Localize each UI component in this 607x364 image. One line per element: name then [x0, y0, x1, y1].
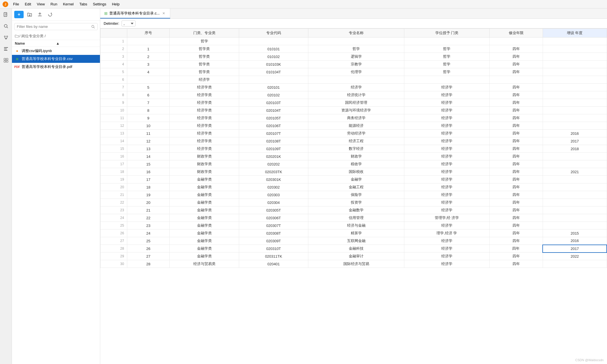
cell-category: 经济学	[170, 76, 239, 84]
cell-rownum: 4	[101, 61, 127, 68]
cell-name	[308, 76, 404, 84]
col-header-code[interactable]: 专业代码	[239, 29, 308, 38]
cell-name: 财政学	[308, 153, 404, 160]
menu-settings[interactable]: Settings	[91, 1, 108, 7]
new-launcher-button[interactable]: +	[14, 11, 24, 18]
cell-degree: 经济学	[404, 191, 490, 199]
table-row: 21哲学类010101哲学哲学四年	[101, 45, 607, 53]
cell-degree: 经济学	[404, 160, 490, 168]
cell-code: 010104T	[239, 68, 308, 76]
menu-help[interactable]: Help	[110, 1, 122, 7]
git-icon[interactable]	[2, 34, 10, 42]
cell-rownum: 25	[101, 222, 127, 229]
col-header-category[interactable]: 门类、专业类	[170, 29, 239, 38]
cell-seqno	[127, 38, 170, 45]
file-item-notebook[interactable]: ● 调整csv编码.ipynb	[12, 47, 100, 55]
col-header-degree[interactable]: 学位授予 门类	[404, 29, 490, 38]
svg-text:J: J	[5, 3, 6, 6]
table-row: 1412经济学类020108T经济工程经济学四年2017	[101, 137, 607, 145]
cell-years: 四年	[489, 206, 543, 214]
cell-added	[543, 68, 607, 76]
file-item-csv[interactable]: ⊞ 普通高等学校本科专业目录.csv	[12, 55, 100, 63]
cell-seqno: 24	[127, 229, 170, 237]
cell-name: 金融审计	[308, 253, 404, 260]
cell-category: 金融学类	[170, 229, 239, 237]
cell-rownum: 10	[101, 107, 127, 114]
cell-category: 哲学类	[170, 68, 239, 76]
cell-category: 财政学类	[170, 153, 239, 160]
cell-seqno: 10	[127, 122, 170, 130]
new-folder-button[interactable]	[25, 11, 34, 18]
cell-years: 四年	[489, 176, 543, 183]
cell-name: 数字经济	[308, 145, 404, 153]
cell-category: 经济学类	[170, 145, 239, 153]
col-header-seqno[interactable]: 序号	[127, 29, 170, 38]
cell-degree: 理学,经济 学	[404, 229, 490, 237]
cell-degree: 经济学	[404, 206, 490, 214]
menu-tabs[interactable]: Tabs	[77, 1, 89, 7]
cell-added	[543, 260, 607, 268]
col-header-name[interactable]: 专业名称	[308, 29, 404, 38]
cell-category: 哲学类	[170, 61, 239, 68]
breadcrumb[interactable]: / 岗位专业分类 /	[12, 32, 100, 40]
cell-code	[239, 38, 308, 45]
table-row: 1816财政学类020203TK国际税收经济学四年2021	[101, 168, 607, 176]
menu-kernel[interactable]: Kernel	[61, 1, 76, 7]
cell-code: 020308T	[239, 229, 308, 237]
cell-added: 2021	[543, 168, 607, 176]
menu-file[interactable]: File	[11, 1, 21, 7]
refresh-button[interactable]	[46, 11, 54, 18]
cell-seqno: 4	[127, 68, 170, 76]
table-row: 1210经济学类020106T能源经济经济学四年	[101, 122, 607, 130]
cell-code: 020310T	[239, 245, 308, 253]
cell-code: 020108T	[239, 137, 308, 145]
cell-code: 020311TK	[239, 253, 308, 260]
cell-seqno	[127, 76, 170, 84]
extensions-icon[interactable]	[2, 56, 10, 64]
file-item-pdf[interactable]: PDF 普通高等学校本科专业目录.pdf	[12, 63, 100, 71]
delimiter-select[interactable]: , ; Tab	[122, 20, 136, 26]
cell-years: 四年	[489, 229, 543, 237]
search-input[interactable]	[17, 24, 91, 29]
table-of-contents-icon[interactable]	[2, 45, 10, 53]
files-icon[interactable]	[2, 11, 10, 19]
cell-code: 020305T	[239, 206, 308, 214]
menu-view[interactable]: View	[34, 1, 47, 7]
cell-added	[543, 199, 607, 206]
app-logo: J	[2, 1, 9, 7]
cell-seqno: 7	[127, 99, 170, 107]
search-icon	[91, 25, 95, 29]
file-name-csv: 普通高等学校本科专业目录.csv	[22, 56, 73, 61]
table-row: 2624金融学类020308T精算学理学,经济 学四年2015	[101, 229, 607, 237]
cell-degree: 经济学	[404, 130, 490, 137]
tab-csv-icon: ⊞	[104, 11, 108, 16]
menu-run[interactable]: Run	[48, 1, 60, 7]
cell-rownum: 11	[101, 114, 127, 122]
tab-csv[interactable]: ⊞ 普通高等学校本科专业目录.c... ✕	[100, 9, 170, 18]
cell-category: 财政学类	[170, 160, 239, 168]
cell-category: 经济学类	[170, 122, 239, 130]
cell-degree: 经济学	[404, 84, 490, 91]
cell-added: 2015	[543, 229, 607, 237]
cell-name: 互联网金融	[308, 237, 404, 245]
cell-years	[489, 76, 543, 84]
cell-code: 020101	[239, 84, 308, 91]
cell-rownum: 16	[101, 153, 127, 160]
search-panel-icon[interactable]	[2, 22, 10, 30]
cell-seqno: 9	[127, 114, 170, 122]
notebook-icon: ●	[15, 49, 19, 53]
col-header-added[interactable]: 增设 年度	[543, 29, 607, 38]
cell-degree: 经济学	[404, 199, 490, 206]
tab-close-button[interactable]: ✕	[161, 11, 166, 16]
file-name-pdf: 普通高等学校本科专业目录.pdf	[22, 64, 72, 69]
cell-code: 010101	[239, 45, 308, 53]
col-header-years[interactable]: 修业年限	[489, 29, 543, 38]
cell-category: 金融学类	[170, 199, 239, 206]
cell-code: 020306T	[239, 214, 308, 222]
sort-icon[interactable]: ▲	[56, 41, 97, 46]
svg-rect-8	[4, 49, 7, 49]
cell-code: 020401	[239, 260, 308, 268]
upload-button[interactable]	[36, 11, 44, 18]
file-list: ● 调整csv编码.ipynb ⊞ 普通高等学校本科专业目录.csv PDF 普…	[12, 47, 100, 364]
menu-edit[interactable]: Edit	[22, 1, 33, 7]
